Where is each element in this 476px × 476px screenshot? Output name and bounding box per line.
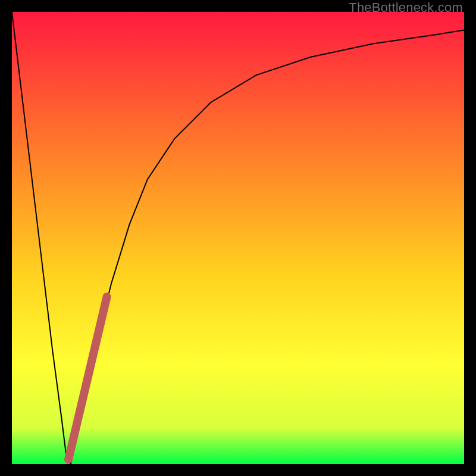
- bottleneck-plot: [12, 12, 464, 464]
- chart-frame: [12, 12, 464, 464]
- watermark-text: TheBottleneck.com: [349, 0, 463, 15]
